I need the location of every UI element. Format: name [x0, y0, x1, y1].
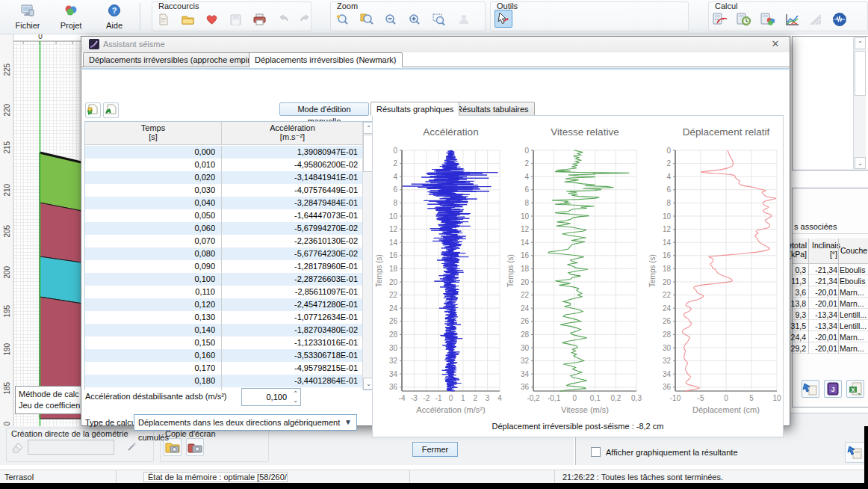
tab-resultats-tabulaires[interactable]: Résultats tabulaires	[450, 102, 535, 116]
svg-text:0,1: 0,1	[590, 394, 601, 402]
accel-row[interactable]: 0,010-4,95806200E-02	[85, 159, 363, 171]
screenshot-camera-icon[interactable]	[186, 438, 204, 456]
slope-tool-icon[interactable]	[807, 11, 824, 28]
selection-tool-icon[interactable]	[495, 10, 512, 28]
accel-row[interactable]: 0,140-1,82703480E-02	[85, 324, 363, 336]
svg-text:6: 6	[666, 185, 671, 194]
zoom-page-icon[interactable]	[359, 11, 375, 28]
accel-row[interactable]: 0,120-2,45471280E-01	[85, 298, 363, 311]
scroll-down-icon[interactable]: ⌄	[855, 157, 866, 169]
open-folder-icon[interactable]	[179, 11, 196, 28]
accel-row[interactable]: 0,170-4,95798215E-01	[85, 362, 363, 375]
accel-row[interactable]: 0,080-5,67764230E-02	[85, 247, 363, 260]
dialog-titlebar[interactable]: Assistant séisme ✕	[81, 37, 790, 52]
new-document-icon[interactable]	[155, 11, 172, 28]
svg-text:14: 14	[389, 239, 398, 247]
svg-text:16: 16	[521, 251, 530, 259]
type-calcul-select[interactable]: Déplacements dans les deux directions al…	[134, 414, 357, 431]
calc-curve-icon[interactable]	[712, 11, 728, 28]
accel-row[interactable]: 0,020-3,14841941E-01	[85, 171, 363, 184]
scrollbar-thumb[interactable]	[855, 51, 866, 96]
accel-row[interactable]: 0,100-2,28726603E-01	[85, 273, 363, 286]
accel-row[interactable]: 0,030-4,07576449E-01	[85, 184, 363, 197]
fermer-button[interactable]: Fermer	[412, 442, 458, 457]
accel-row[interactable]: 0,0001,39080947E-01	[85, 146, 363, 159]
accel-row[interactable]: 0,090-1,28178960E-01	[85, 260, 363, 273]
svg-text:32: 32	[521, 357, 530, 365]
right-table-panel: s associées σtotal[kPa]Inclinais[°]Couch…	[792, 188, 868, 408]
accelerogram-table: Temps [s] Accélération [m.s⁻²] 0,0001,39…	[84, 121, 375, 390]
export-word-icon[interactable]: J	[824, 380, 842, 398]
paste-table-icon[interactable]	[802, 380, 819, 398]
svg-text:6: 6	[524, 185, 529, 194]
import-clipboard-icon[interactable]	[103, 102, 119, 118]
right-panel-scrollbar[interactable]: ⌃ ⌄	[853, 37, 866, 169]
svg-text:0,2: 0,2	[610, 394, 621, 402]
assistant-seisme-dialog: Assistant séisme ✕ Déplacements irrévers…	[81, 36, 790, 426]
group-geometry-creation: Création directe de la géométrie	[6, 428, 154, 462]
svg-text:30: 30	[389, 344, 398, 352]
calc-project-icon[interactable]	[760, 11, 776, 28]
svg-text:0: 0	[524, 147, 529, 155]
zoom-in-icon[interactable]	[406, 11, 423, 28]
show-resultant-checkbox[interactable]	[591, 446, 601, 460]
svg-text:0: 0	[449, 394, 453, 402]
svg-text:36: 36	[663, 383, 672, 391]
undo-icon[interactable]	[275, 11, 291, 28]
spinner-down-icon[interactable]: ⌄	[293, 397, 298, 404]
svg-text:-0,2: -0,2	[527, 394, 540, 402]
zoom-window-icon[interactable]	[430, 11, 447, 28]
accel-row[interactable]: 0,160-3,53306718E-01	[85, 349, 363, 362]
favorite-heart-icon[interactable]	[203, 11, 220, 28]
accel-row[interactable]: 0,180-3,44012864E-01	[85, 375, 363, 387]
help-menu-button[interactable]: ? Aide	[94, 2, 134, 32]
print-icon[interactable]	[251, 11, 267, 28]
spinner-up-icon[interactable]: ⌃	[293, 390, 298, 397]
svg-text:32: 32	[663, 357, 672, 365]
accel-row[interactable]: 0,150-1,12331016E-01	[85, 336, 363, 349]
tab-newmark[interactable]: Déplacements irréversibles (Newmark)	[249, 52, 403, 67]
scroll-up-icon[interactable]: ⌃	[855, 37, 866, 49]
svg-text:34: 34	[389, 370, 398, 378]
tab-approche-empirique[interactable]: Déplacements irréversibles (approche emp…	[83, 52, 274, 67]
paste-resultant-icon[interactable]	[845, 442, 866, 463]
svg-text:20: 20	[663, 278, 672, 286]
redo-icon[interactable]	[297, 11, 314, 28]
save-icon[interactable]	[227, 11, 244, 28]
tab-resultats-graphiques[interactable]: Résultats graphiques	[371, 102, 459, 116]
results-chart-icon[interactable]	[784, 11, 800, 28]
svg-text:12: 12	[521, 225, 530, 233]
svg-text:Vitesse relative: Vitesse relative	[551, 126, 619, 138]
group-outils: Outils	[490, 1, 689, 31]
accel-row[interactable]: 0,130-1,07712634E-01	[85, 311, 363, 324]
zoom-out-icon[interactable]	[382, 11, 399, 28]
adsb-spinner[interactable]: 0,100 ⌃ ⌄	[241, 388, 301, 406]
svg-text:28: 28	[521, 330, 530, 339]
svg-text:0: 0	[393, 147, 397, 155]
project-menu-button[interactable]: Projet	[51, 2, 91, 32]
accel-row[interactable]: 0,040-3,28479484E-01	[85, 197, 363, 209]
svg-text:-2: -2	[423, 394, 430, 402]
elevation-label: 220	[3, 105, 11, 117]
geometry-input[interactable]	[28, 440, 114, 455]
accel-row[interactable]: 0,110-2,85611097E-01	[85, 286, 363, 298]
zoom-extra-icon[interactable]	[456, 11, 472, 28]
accel-row[interactable]: 0,050-1,64447073E-01	[85, 209, 363, 222]
accel-row[interactable]: 0,070-2,23610130E-02	[85, 235, 363, 247]
eraser-icon[interactable]	[11, 441, 25, 456]
file-menu-button[interactable]: Fichier	[7, 2, 48, 32]
project-spheres-icon	[51, 4, 91, 20]
close-icon[interactable]: ✕	[769, 38, 782, 50]
zoom-initial-icon[interactable]	[335, 11, 351, 28]
accel-row[interactable]: 0,1904,63398780E-02	[85, 387, 363, 390]
export-excel-icon[interactable]: X	[846, 380, 864, 398]
accel-row[interactable]: 0,060-5,67994270E-02	[85, 222, 363, 235]
import-file-icon[interactable]	[85, 102, 101, 118]
elevation-label: 205	[3, 226, 11, 238]
seisme-icon[interactable]	[831, 11, 848, 28]
accelerogram-table-rows[interactable]: 0,0001,39080947E-010,010-4,95806200E-020…	[85, 146, 363, 390]
elevation-label: 195	[3, 306, 11, 318]
manual-edit-mode-button[interactable]: Mode d'édition manuelle	[279, 102, 369, 116]
svg-text:16: 16	[389, 251, 398, 259]
calc-clock-icon[interactable]	[736, 11, 752, 28]
